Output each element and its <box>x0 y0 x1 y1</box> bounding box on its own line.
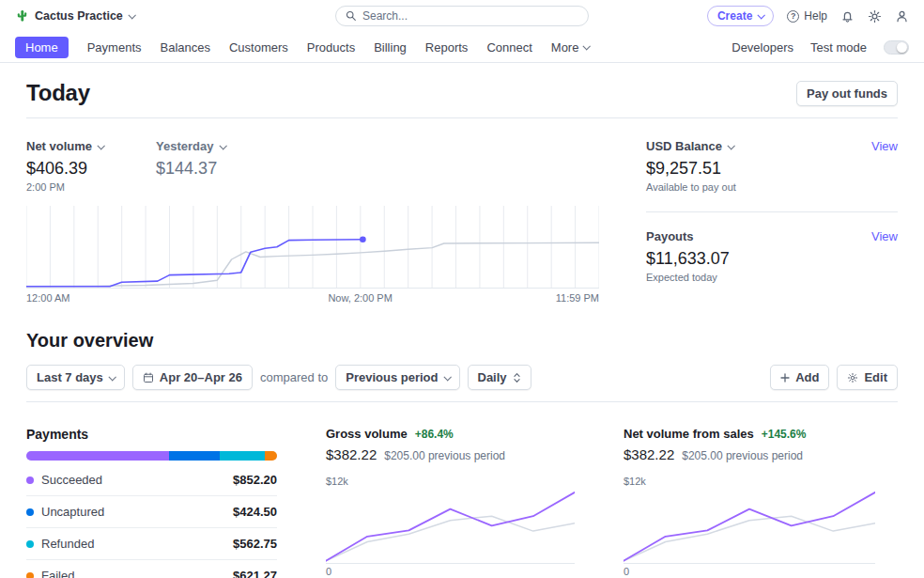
x-label-start: 12:00 AM <box>26 292 69 304</box>
nav-item-more[interactable]: More <box>551 40 590 55</box>
cactus-logo-icon <box>15 9 29 23</box>
overview-filters: Last 7 days Apr 20–Apr 26 compared to Pr… <box>26 365 898 390</box>
nav-item-connect[interactable]: Connect <box>486 40 531 55</box>
nav-right: Developers Test mode <box>732 40 909 55</box>
net-volume-sales-delta: +145.6% <box>762 428 807 441</box>
x-label-now: Now, 2:00 PM <box>328 292 392 304</box>
granularity-dropdown[interactable]: Daily <box>468 365 531 390</box>
toggle-knob <box>897 42 907 53</box>
calendar-icon <box>143 372 154 383</box>
payouts-block: Payouts View $11,633.07 Expected today <box>646 229 898 283</box>
x-label-end: 11:59 PM <box>556 292 599 304</box>
payouts-view-link[interactable]: View <box>871 229 898 243</box>
bar-segment <box>26 451 169 461</box>
account-switcher[interactable]: Cactus Practice <box>15 9 134 23</box>
profile-user-icon[interactable] <box>895 9 909 23</box>
search-input[interactable]: Search... <box>335 6 589 26</box>
bar-segment <box>265 451 277 461</box>
compared-to-label: compared to <box>260 370 328 384</box>
pay-out-funds-button[interactable]: Pay out funds <box>796 81 898 106</box>
yesterday-selector[interactable]: Yesterday <box>156 139 224 153</box>
chart-x-axis: 12:00 AM Now, 2:00 PM 11:59 PM <box>26 292 599 305</box>
usd-balance-value: $9,257.51 <box>646 159 898 179</box>
net-volume-sales-widget: Net volume from sales +145.6% $382.22 $2… <box>624 427 875 578</box>
create-button[interactable]: Create <box>707 6 774 26</box>
bar-segment <box>169 451 219 461</box>
gross-volume-delta: +86.4% <box>415 428 454 441</box>
y-max-label: $12k <box>326 476 575 487</box>
usd-balance-block: USD Balance View $9,257.51 Available to … <box>646 139 898 193</box>
net-volume-stat: Net volume $406.39 2:00 PM <box>26 139 103 193</box>
y-min-label: 0 <box>326 566 575 577</box>
payouts-label: Payouts <box>646 229 694 243</box>
payments-stacked-bar <box>26 451 277 461</box>
nav-item-developers[interactable]: Developers <box>732 40 793 55</box>
test-mode-toggle[interactable] <box>884 40 909 55</box>
edit-overview-button[interactable]: Edit <box>837 365 898 390</box>
y-min-label: 0 <box>624 566 875 577</box>
main-content: Today Pay out funds Net volume $406.39 2… <box>0 80 924 578</box>
gross-volume-header: Gross volume +86.4% <box>326 427 575 441</box>
gross-volume-value: $382.22 <box>326 446 377 462</box>
plus-icon <box>780 373 790 383</box>
nav-item-home[interactable]: Home <box>15 37 69 58</box>
topbar-actions: Create ? Help <box>707 6 909 26</box>
usd-balance-view-link[interactable]: View <box>871 139 898 153</box>
today-section: Net volume $406.39 2:00 PM Yesterday $14… <box>26 139 898 305</box>
y-max-label: $12k <box>624 476 875 487</box>
nav-item-reports[interactable]: Reports <box>425 40 469 55</box>
gross-volume-title: Gross volume <box>326 427 408 441</box>
nav-item-products[interactable]: Products <box>307 40 355 55</box>
usd-balance-selector[interactable]: USD Balance <box>646 139 733 153</box>
gross-volume-line-chart <box>326 489 575 564</box>
net-volume-sales-value: $382.22 <box>624 446 674 462</box>
chevron-down-icon <box>219 142 226 149</box>
yesterday-stat: Yesterday $144.37 <box>156 139 224 193</box>
comparison-dropdown[interactable]: Previous period <box>335 365 459 390</box>
payments-row-succeeded[interactable]: Succeeded $852.20 <box>26 464 277 496</box>
chevron-down-icon <box>98 142 105 149</box>
search-placeholder: Search... <box>362 9 408 23</box>
help-icon: ? <box>787 10 799 23</box>
overview-actions: Add Edit <box>770 365 898 390</box>
top-bar: Cactus Practice Search... Create ? Help <box>0 0 924 32</box>
test-mode-label: Test mode <box>810 40 867 55</box>
payments-row-refunded[interactable]: Refunded $562.75 <box>26 528 277 560</box>
failed-dot-icon <box>26 572 34 578</box>
date-preset-dropdown[interactable]: Last 7 days <box>26 365 125 390</box>
notifications-bell-icon[interactable] <box>840 9 855 23</box>
settings-gear-icon[interactable] <box>868 9 882 23</box>
sort-arrows-icon <box>513 372 521 383</box>
chevron-down-icon <box>727 142 734 149</box>
payments-rows: Succeeded $852.20 Uncaptured $424.50 Ref… <box>26 464 277 578</box>
payouts-header: Payouts View <box>646 229 898 243</box>
net-volume-line-chart <box>26 206 599 289</box>
gross-volume-widget: Gross volume +86.4% $382.22 $205.00 prev… <box>326 427 575 578</box>
today-stats: Net volume $406.39 2:00 PM Yesterday $14… <box>26 139 599 193</box>
net-volume-sales-line-chart <box>624 489 875 564</box>
nav-item-balances[interactable]: Balances <box>161 40 210 55</box>
date-range-picker[interactable]: Apr 20–Apr 26 <box>132 365 253 390</box>
chevron-down-icon <box>443 373 451 381</box>
add-widget-button[interactable]: Add <box>770 365 829 390</box>
yesterday-value: $144.37 <box>156 159 224 179</box>
usd-balance-caption: Available to pay out <box>646 181 898 193</box>
net-volume-sales-previous: $205.00 previous period <box>682 449 803 462</box>
overview-widgets: Payments Succeeded $852.20 Uncaptured $4… <box>26 427 898 578</box>
help-button[interactable]: ? Help <box>787 9 827 23</box>
divider <box>26 117 898 118</box>
chevron-down-icon <box>758 11 765 19</box>
payments-widget: Payments Succeeded $852.20 Uncaptured $4… <box>26 427 277 578</box>
gross-volume-values: $382.22 $205.00 previous period <box>326 446 575 462</box>
net-volume-time: 2:00 PM <box>26 181 103 193</box>
net-volume-selector[interactable]: Net volume <box>26 139 103 153</box>
payouts-caption: Expected today <box>646 272 898 283</box>
account-name: Cactus Practice <box>35 9 123 23</box>
nav-item-billing[interactable]: Billing <box>374 40 407 55</box>
net-volume-sales-values: $382.22 $205.00 previous period <box>624 446 875 462</box>
payments-row-uncaptured[interactable]: Uncaptured $424.50 <box>26 496 277 528</box>
nav-item-customers[interactable]: Customers <box>229 40 288 55</box>
nav-item-payments[interactable]: Payments <box>87 40 142 55</box>
net-volume-sales-title: Net volume from sales <box>624 427 754 441</box>
payments-row-failed[interactable]: Failed $621.27 <box>26 560 277 578</box>
